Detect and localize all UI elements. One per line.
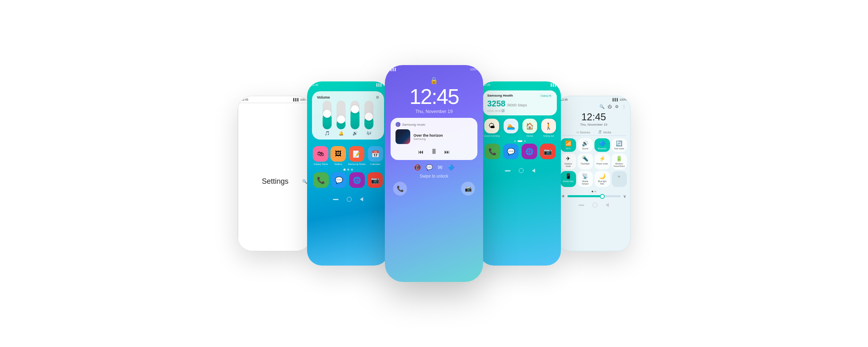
notif-dnd-icon: 📵 <box>414 164 421 171</box>
phone4-dock: 📞 💬 🌐 📷 <box>479 144 561 159</box>
app-phone[interactable]: 📞 <box>313 172 329 188</box>
qs-settings-icon[interactable]: ⚙ <box>615 104 619 109</box>
phone3-signal: ▌▌▌ <box>391 68 397 71</box>
music-artist: Samsung <box>414 137 472 140</box>
phone3-status-bar: ▌▌▌ 100% <box>385 65 483 73</box>
lock-icon: 🔒 <box>385 77 483 84</box>
home-icon-going-out[interactable]: 🚶 Going out <box>541 119 556 137</box>
qs-header-icons: 🔍 ⏻ ⚙ ⋮ <box>557 103 630 110</box>
home-icon-good-morning[interactable]: 🌤 Good morning <box>484 119 500 137</box>
phone4-signal: ▌▌▌ <box>551 83 557 86</box>
app-gallery[interactable]: 🖼 Gallery <box>330 146 346 165</box>
health-date: 11/19, 18:40 🔄 <box>487 109 553 112</box>
qs-grid: 📶 Wi-Fi 🔊 Sound 🔷 Bluetooth 🔄 Auto rotat… <box>557 136 630 189</box>
qs-power-icon[interactable]: ⏻ <box>608 104 612 109</box>
notif-msg-icon: 💬 <box>426 164 433 171</box>
phone4-app-browser[interactable]: 🌐 <box>522 144 537 159</box>
dot-1 <box>344 169 346 171</box>
apps-section: 🛍 Galaxy Store 🖼 Gallery 📝 Samsung Notes… <box>307 143 389 194</box>
next-button[interactable]: ⏭ <box>444 149 450 155</box>
powermode-icon: ⚡ <box>599 155 606 162</box>
qs-search-icon[interactable]: 🔍 <box>599 104 604 109</box>
qs-tile-hotspot[interactable]: 📡 Mobile hotspot <box>578 171 593 187</box>
settings-title: Settings <box>248 177 302 186</box>
nav4-recent[interactable] <box>505 170 511 171</box>
phone-volume-apps: 12:45 ▌▌▌ 8 Volume ⚙ 🎵 <box>307 81 389 266</box>
phone4-app-phone[interactable]: 📞 <box>485 144 500 159</box>
tab-devices[interactable]: ⚏ Devices <box>576 131 590 134</box>
qs-tile-bluelight[interactable]: 🌙 Blue light filter <box>594 171 610 187</box>
volume-slider-media[interactable]: 🎶 <box>364 101 373 135</box>
phone-health-home: 12:45 ▌▌▌ Samsung Health Galaxy fit 3258… <box>479 81 561 266</box>
phone4-app-camera[interactable]: 📷 <box>540 144 556 159</box>
home-icon-activity[interactable]: 🏊 <box>504 119 518 137</box>
volume-slider-music[interactable]: 🎵 <box>323 101 332 135</box>
volume-panel: Volume ⚙ 🎵 🔔 <box>312 91 384 140</box>
nav5-home[interactable] <box>592 203 597 207</box>
nav2-back[interactable] <box>360 197 363 201</box>
nav5-recent[interactable] <box>579 205 584 206</box>
app-browser[interactable]: 🌐 <box>349 172 365 188</box>
pause-button[interactable]: ⏸ <box>430 147 438 156</box>
app-calendar[interactable]: 📅 Calendar <box>368 146 383 165</box>
tab-media[interactable]: 🎵 Media <box>598 131 611 134</box>
phone4-nav-bar <box>479 166 561 176</box>
flashlight-icon: 🔦 <box>582 155 588 162</box>
qs-tile-wifi[interactable]: 📶 Wi-Fi <box>561 138 576 152</box>
bluelight-label: Blue light filter <box>596 180 608 185</box>
brightness-expand-icon[interactable]: ∨ <box>623 194 626 198</box>
powermode-label: Power mode <box>597 162 608 165</box>
phone5-signal: ▌▌▌ 100% <box>613 98 627 101</box>
app-messages[interactable]: 💬 <box>331 172 347 188</box>
volume-notification-icon: 🔔 <box>339 131 344 135</box>
powershare-label: Wireless PowerShare <box>613 162 626 167</box>
scene: 12:45 ▌▌▌ 100% Settings 🔍 👩 Christina Ad… <box>0 0 868 347</box>
nav4-home[interactable] <box>519 168 524 173</box>
album-art <box>396 129 410 144</box>
phone-settings: 12:45 ▌▌▌ 100% Settings 🔍 👩 Christina Ad… <box>237 96 311 251</box>
health-widget: Samsung Health Galaxy fit 3258 /6000 Ste… <box>483 90 557 115</box>
home-label: Home <box>527 135 533 137</box>
brightness-track[interactable] <box>567 195 621 197</box>
qs-tile-airplane[interactable]: ✈ Airplane mode <box>561 153 576 169</box>
app-samsung-notes-label: Samsung Notes <box>348 163 366 165</box>
settings-search-icon[interactable]: 🔍 <box>302 179 307 184</box>
lock-bottom-actions: 📞 📷 <box>385 178 483 196</box>
qs-tile-sound[interactable]: 🔊 Sound <box>578 138 593 152</box>
qs-tile-wireless-powershare[interactable]: 🔋 Wireless PowerShare <box>612 153 627 169</box>
qs-more-icon[interactable]: ⋮ <box>622 104 626 109</box>
phone-quick-launch[interactable]: 📞 <box>393 182 407 196</box>
qs-tile-bluetooth[interactable]: 🔷 Bluetooth <box>594 138 610 152</box>
home-icon-home[interactable]: 🏠 Home <box>522 119 537 137</box>
bluetooth-icon: 🔷 <box>599 140 606 146</box>
app-galaxy-store[interactable]: 🛍 Galaxy Store <box>313 146 328 165</box>
apps-row-bottom: 📞 💬 🌐 📷 <box>312 172 384 188</box>
swipe-text: Swipe to unlock <box>385 174 483 178</box>
phone1-time: 12:45 <box>241 98 249 101</box>
app-galaxy-store-label: Galaxy Store <box>314 163 328 165</box>
music-source-label: Samsung music <box>402 123 425 126</box>
volume-gear-icon[interactable]: ⚙ <box>376 95 379 99</box>
volume-slider-system[interactable]: 🔊 <box>350 101 359 135</box>
qs-tile-add[interactable]: ＋ <box>612 171 627 187</box>
media-icon: 🎵 <box>598 131 602 134</box>
phone4-app-messages[interactable]: 💬 <box>503 144 519 159</box>
app-camera[interactable]: 📷 <box>367 172 383 188</box>
qs-tile-mobiledata[interactable]: 📱 Mobile data <box>561 171 576 187</box>
camera-quick-launch[interactable]: 📷 <box>461 182 475 196</box>
volume-slider-notification[interactable]: 🔔 <box>337 101 346 135</box>
qs-tile-autorotate[interactable]: 🔄 Auto rotate <box>612 138 627 152</box>
nav4-back[interactable] <box>532 169 535 173</box>
nav2-home[interactable] <box>347 197 352 202</box>
prev-button[interactable]: ⏮ <box>418 149 424 155</box>
lock-date: Thu, November 19 <box>385 109 483 114</box>
nav2-recent[interactable] <box>333 199 339 200</box>
qs-tile-powermode[interactable]: ⚡ Power mode <box>594 153 610 169</box>
phone3-battery: 100% <box>470 68 477 71</box>
app-samsung-notes[interactable]: 📝 Samsung Notes <box>348 146 366 165</box>
add-icon: ＋ <box>617 173 622 180</box>
brightness-icon: ☀ <box>561 194 565 198</box>
brightness-thumb[interactable] <box>600 194 605 199</box>
nav5-back[interactable] <box>606 203 609 207</box>
qs-tile-flashlight[interactable]: 🔦 Flashlight <box>578 153 593 169</box>
